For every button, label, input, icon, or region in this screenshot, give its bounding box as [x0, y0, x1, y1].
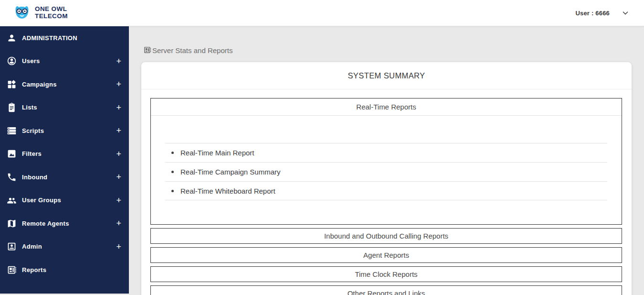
- sidebar-item-label: Filters: [22, 150, 42, 157]
- sidebar-item-label: Admin: [22, 243, 42, 250]
- sidebar-item-inbound[interactable]: Inbound +: [0, 165, 129, 189]
- expand-plus-icon: +: [116, 173, 121, 181]
- brand-name: ONE OWL TELECOM: [35, 6, 68, 20]
- expand-plus-icon: +: [116, 242, 121, 251]
- report-link-real-time-campaign-summary[interactable]: Real-Time Campaign Summary: [165, 162, 607, 181]
- user-label: User : 6666: [575, 10, 610, 17]
- sidebar-item-label: Inbound: [22, 174, 47, 181]
- map-icon: [7, 219, 17, 229]
- card-body: Real-Time Reports Real-Time Main Report …: [141, 89, 632, 295]
- sidebar-item-label: User Groups: [22, 197, 61, 204]
- card-title: SYSTEM SUMMARY: [348, 71, 425, 80]
- section-title: Real-Time Reports: [356, 103, 416, 111]
- app-root: ONE OWL TELECOM User : 6666 ADMINISTRATI…: [0, 0, 644, 295]
- sidebar-item-filters[interactable]: Filters +: [0, 142, 129, 166]
- sidebar-item-user-groups[interactable]: User Groups +: [0, 189, 129, 212]
- brand-line2: TELECOM: [35, 13, 68, 20]
- section-real-time-reports: Real-Time Reports Real-Time Main Report …: [150, 98, 622, 225]
- report-link-label: Real-Time Main Report: [180, 149, 254, 157]
- reports-icon: [143, 46, 151, 54]
- section-title: Other Reports and Links: [348, 289, 425, 295]
- sidebar-item-remote-agents[interactable]: Remote Agents +: [0, 212, 129, 235]
- person-icon: [7, 33, 17, 43]
- expand-plus-icon: +: [116, 150, 121, 158]
- panel-spacer: [151, 200, 622, 224]
- report-link-label: Real-Time Whiteboard Report: [180, 187, 275, 195]
- brand-logo[interactable]: ONE OWL TELECOM: [13, 4, 68, 22]
- account-box-icon: [7, 241, 17, 251]
- section-title: Agent Reports: [363, 251, 409, 259]
- sidebar-item-label: Lists: [22, 104, 37, 111]
- section-inbound-and-outbound-calling-reports[interactable]: Inbound and Outbound Calling Reports: [150, 228, 622, 244]
- card-header: SYSTEM SUMMARY: [141, 62, 632, 89]
- panel-spacer: [151, 116, 622, 143]
- sidebar-item-label: Remote Agents: [22, 220, 69, 227]
- expand-plus-icon: +: [116, 196, 121, 205]
- sidebar-item-label: Reports: [22, 266, 46, 273]
- section-other-reports-and-links[interactable]: Other Reports and Links: [150, 285, 622, 295]
- sidebar-item-label: Campaigns: [22, 81, 57, 88]
- image-icon: [7, 149, 17, 159]
- expand-plus-icon: +: [116, 80, 121, 88]
- system-summary-card: SYSTEM SUMMARY Real-Time Reports Real-Ti…: [141, 62, 632, 295]
- top-header: ONE OWL TELECOM User : 6666: [0, 0, 644, 26]
- sidebar-item-label: ADMINISTRATION: [22, 34, 77, 42]
- sidebar-item-campaigns[interactable]: Campaigns +: [0, 73, 129, 96]
- expand-plus-icon: +: [116, 57, 121, 66]
- collapsed-sections: Inbound and Outbound Calling Reports Age…: [150, 228, 622, 295]
- chevron-down-icon: [621, 9, 630, 17]
- brand-line1: ONE OWL: [35, 6, 68, 13]
- report-link-list: Real-Time Main Report Real-Time Campaign…: [165, 143, 607, 200]
- dashboard-icon: [7, 79, 17, 89]
- breadcrumb: Server Stats and Reports: [143, 45, 644, 55]
- storage-icon: [7, 126, 17, 136]
- expand-plus-icon: +: [116, 126, 121, 135]
- sidebar-item-admin[interactable]: Admin +: [0, 235, 129, 259]
- phone-icon: [7, 172, 17, 182]
- main-content: Server Stats and Reports SYSTEM SUMMARY …: [129, 26, 644, 295]
- expand-plus-icon: +: [116, 103, 121, 112]
- sidebar-item-label: Users: [22, 57, 40, 65]
- sidebar-item-users[interactable]: Users +: [0, 50, 129, 73]
- sidebar-item-label: Scripts: [22, 127, 44, 134]
- clipboard-icon: [7, 102, 17, 112]
- sidebar-item-lists[interactable]: Lists +: [0, 96, 129, 120]
- section-title: Time Clock Reports: [355, 270, 417, 278]
- account-circle-icon: [7, 56, 17, 66]
- sidebar-item-administration[interactable]: ADMINISTRATION: [0, 26, 129, 50]
- section-time-clock-reports[interactable]: Time Clock Reports: [150, 266, 622, 282]
- page-title: Server Stats and Reports: [152, 46, 232, 55]
- section-agent-reports[interactable]: Agent Reports: [150, 247, 622, 263]
- sidebar-item-scripts[interactable]: Scripts +: [0, 119, 129, 142]
- user-menu[interactable]: User : 6666: [575, 9, 630, 17]
- reports-icon: [7, 265, 17, 275]
- sidebar-nav: ADMINISTRATION Users + Campaigns + Lists…: [0, 26, 129, 294]
- report-link-real-time-whiteboard-report[interactable]: Real-Time Whiteboard Report: [165, 181, 607, 200]
- section-header-real-time-reports[interactable]: Real-Time Reports: [151, 98, 622, 116]
- section-title: Inbound and Outbound Calling Reports: [324, 232, 448, 240]
- report-link-label: Real-Time Campaign Summary: [180, 168, 281, 176]
- sidebar-item-reports[interactable]: Reports: [0, 258, 129, 282]
- expand-plus-icon: +: [116, 219, 121, 228]
- group-icon: [7, 195, 17, 205]
- report-link-real-time-main-report[interactable]: Real-Time Main Report: [165, 143, 607, 162]
- owl-logo-icon: [13, 4, 31, 22]
